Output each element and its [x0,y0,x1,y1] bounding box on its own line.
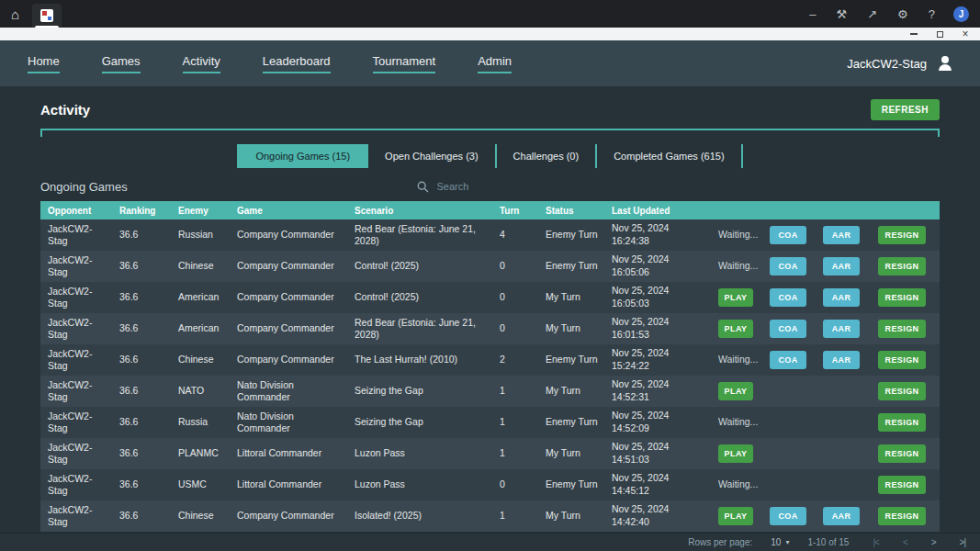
resign-button[interactable]: RESIGN [878,320,926,338]
table-row: JackCW2-Stag36.6ChineseCompany Commander… [40,344,940,376]
turn-cell: 0 [492,322,538,334]
turn-cell: 4 [492,229,538,241]
nav-item-home[interactable]: Home [28,54,60,73]
restore-window-button[interactable] [934,28,945,39]
coa-button[interactable]: COA [770,288,806,307]
ranking-cell: 36.6 [112,510,171,522]
aar-button[interactable]: AAR [823,226,860,244]
coa-button[interactable]: COA [770,226,806,244]
table-row: JackCW2-Stag36.6RussianCompany Commander… [40,219,940,251]
last-updated-cell: Nov 25, 202416:05:06 [604,253,711,278]
resign-button[interactable]: RESIGN [878,382,926,400]
prev-page-button[interactable]: < [903,537,907,547]
coa-button[interactable]: COA [770,320,806,338]
resign-button[interactable]: RESIGN [878,507,926,525]
nav-item-tournament[interactable]: Tournament [373,54,436,73]
table-body: JackCW2-Stag36.6RussianCompany Commander… [40,219,940,532]
scenario-cell: Isolated! (2025) [347,510,492,522]
aar-button[interactable]: AAR [823,257,860,276]
resign-button[interactable]: RESIGN [878,476,926,494]
refresh-button[interactable]: REFRESH [871,99,940,120]
aar-button[interactable]: AAR [823,351,860,369]
resign-button[interactable]: RESIGN [878,351,926,369]
resign-button[interactable]: RESIGN [878,288,926,307]
updated-date: Nov 25, 2024 [612,410,707,422]
screen: { "chrome": { "os_bar": { "right_icons":… [0,0,980,551]
updated-date: Nov 25, 2024 [612,378,707,391]
tab-completed-games-615[interactable]: Completed Games (615) [595,144,742,168]
last-updated-cell: Nov 25, 202416:01:53 [604,316,711,341]
game-cell: Company Commander [230,291,347,303]
table-row: JackCW2-Stag36.6AmericanCompany Commande… [40,282,940,313]
play-button[interactable]: PLAY [718,288,753,307]
table-row: JackCW2-Stag36.6USMCLittoral CommanderLu… [40,469,940,500]
nav-item-activity[interactable]: Activity [183,54,220,73]
minimize-window-button[interactable] [908,28,919,39]
aar-button[interactable]: AAR [823,288,860,307]
turn-cell: 1 [492,385,538,397]
resign-button[interactable]: RESIGN [878,444,926,463]
turn-cell: 0 [492,478,538,490]
nav-item-games[interactable]: Games [102,54,141,73]
status-cell: Enemy Turn [538,354,604,365]
game-cell: Company Commander [230,322,347,334]
aar-cell: AAR [816,507,871,525]
scenario-cell: Seizing the Gap [347,416,492,428]
tools-icon[interactable]: ⚒ [837,7,848,21]
next-page-button[interactable]: > [931,537,936,547]
os-avatar[interactable]: J [953,6,969,22]
help-icon[interactable]: ? [929,7,935,21]
table-row: JackCW2-Stag36.6NATONato Division Comman… [40,376,940,407]
column-header-game: Game [230,206,347,216]
app-tab[interactable] [32,4,62,28]
turn-cell: 2 [492,354,538,365]
play-button[interactable]: PLAY [718,444,753,463]
rows-per-page-select[interactable]: 10 ▾ [771,537,789,547]
coa-button[interactable]: COA [770,351,806,369]
divider-bracket [40,129,940,137]
home-icon[interactable]: ⌂ [11,6,19,22]
play-button[interactable]: PLAY [718,507,753,525]
aar-button[interactable]: AAR [823,507,860,525]
settings-icon[interactable]: ⚙ [897,7,908,21]
first-page-button[interactable]: |< [873,537,878,547]
search-input[interactable] [435,180,564,193]
resign-button[interactable]: RESIGN [878,413,926,432]
username: JackCW2-Stag [847,57,927,71]
last-page-button[interactable]: >| [960,537,965,547]
nav-item-admin[interactable]: Admin [478,54,512,73]
coa-button[interactable]: COA [770,507,806,525]
play-button[interactable]: PLAY [718,320,753,338]
column-header-opponent: Opponent [40,206,112,216]
tab-open-challenges-3[interactable]: Open Challenges (3) [366,144,495,168]
column-header-scenario: Scenario [347,206,492,216]
last-updated-cell: Nov 25, 202415:24:22 [604,347,711,372]
turn-cell: 0 [492,291,538,303]
coa-cell: COA [762,320,816,338]
close-window-button[interactable]: × [960,28,971,39]
resign-cell: RESIGN [871,288,940,307]
minimize-icon[interactable]: – [809,7,816,21]
updated-date: Nov 25, 2024 [612,503,707,516]
share-icon[interactable]: ↗ [867,7,877,21]
resign-cell: RESIGN [871,226,940,244]
rows-per-page-value: 10 [771,537,781,547]
status-cell: My Turn [538,322,604,334]
resign-button[interactable]: RESIGN [878,226,926,244]
aar-cell: AAR [816,351,871,369]
nav-item-leaderboard[interactable]: Leaderboard [263,54,331,73]
opponent-cell: JackCW2-Stag [40,223,112,247]
scenario-cell: Red Bear (Estonia: June 21, 2028) [347,317,492,341]
resign-button[interactable]: RESIGN [878,257,926,276]
ranking-cell: 36.6 [112,416,171,428]
user-menu[interactable]: JackCW2-Stag [847,56,952,71]
window-title-bar: × [0,28,980,40]
play-button[interactable]: PLAY [718,382,753,400]
updated-time: 14:45:12 [612,485,707,498]
updated-date: Nov 25, 2024 [612,316,707,329]
coa-button[interactable]: COA [770,257,806,276]
waiting-label: Waiting... [718,478,758,489]
tab-ongoing-games-15[interactable]: Ongoing Games (15) [237,144,366,168]
aar-button[interactable]: AAR [823,320,860,338]
tab-challenges-0[interactable]: Challenges (0) [495,144,596,168]
